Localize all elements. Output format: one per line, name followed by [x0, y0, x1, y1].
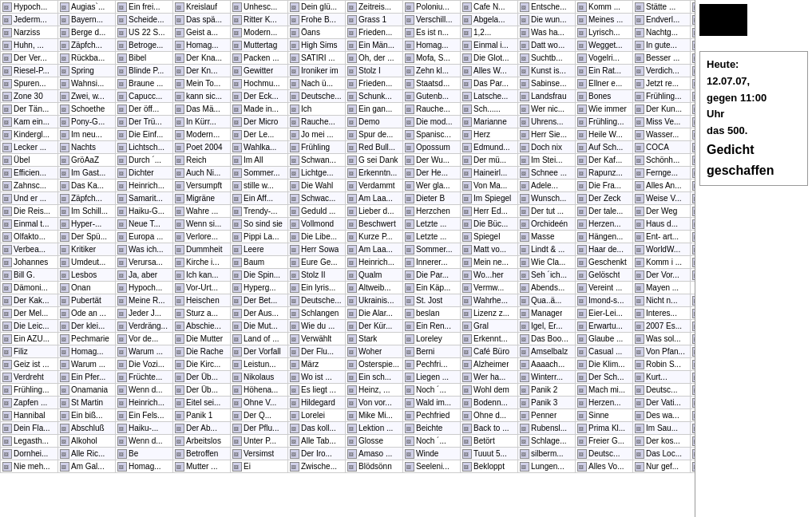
grid-cell[interactable]: 🖼Ode an ...: [58, 307, 116, 320]
grid-cell[interactable]: 🖼Der Weg: [633, 205, 691, 218]
grid-cell[interactable]: 🖼Schlage...: [518, 435, 576, 448]
grid-cell[interactable]: 🖼SATIRI ...: [288, 52, 346, 65]
grid-cell[interactable]: 🖼Pony-G...: [58, 116, 116, 128]
grid-cell[interactable]: 🖼Am Gal...: [58, 460, 116, 473]
grid-cell[interactable]: 🖼Nach ü...: [288, 77, 346, 90]
grid-cell[interactable]: 🖼Sturz a...: [173, 307, 231, 320]
grid-cell[interactable]: 🖼Die Par...: [403, 269, 461, 282]
grid-cell[interactable]: 🖼Betört: [461, 435, 518, 448]
table-row[interactable]: 🖼Verbea...🖼Kritiker🖼Was ich...🖼Dummheit🖼…: [1, 243, 695, 256]
table-row[interactable]: 🖼Zahnsc...🖼Das Ka...🖼Heinrich...🖼Versump…: [1, 180, 695, 192]
grid-cell[interactable]: 🖼Be: [116, 448, 173, 460]
grid-cell[interactable]: 🖼Igel, Er...: [518, 320, 576, 333]
grid-cell[interactable]: 🖼Das wa...: [691, 65, 695, 77]
grid-cell[interactable]: 🖼Im Schill...: [58, 205, 116, 218]
grid-cell[interactable]: 🖼Am Laa...: [691, 116, 695, 128]
grid-cell[interactable]: 🖼Innerer...: [403, 256, 461, 269]
grid-cell[interactable]: 🖼Das Ka...: [58, 180, 116, 192]
grid-cell[interactable]: 🖼Zäpfch...: [58, 192, 116, 205]
grid-cell[interactable]: 🖼Von vor...: [346, 397, 403, 409]
grid-cell[interactable]: 🖼Herz: [461, 128, 518, 141]
grid-cell[interactable]: 🖼Die Alar...: [346, 307, 403, 320]
grid-cell[interactable]: 🖼Freier G...: [576, 435, 633, 448]
table-row[interactable]: 🖼Der Ver...🖼Rückba...🖼Bibel🖼Der Kna...🖼P…: [1, 52, 695, 65]
grid-cell[interactable]: 🖼Eure Ge...: [288, 256, 346, 269]
grid-cell[interactable]: 🖼Wunsch...: [518, 192, 576, 205]
grid-cell[interactable]: 🖼Vermw...: [461, 282, 518, 294]
grid-cell[interactable]: 🖼Rapunz...: [576, 167, 633, 180]
grid-cell[interactable]: 🖼Im Stei...: [518, 154, 576, 167]
grid-cell[interactable]: 🖼Cafe N...: [461, 1, 518, 14]
grid-cell[interactable]: 🖼Back to ...: [461, 422, 518, 435]
grid-cell[interactable]: 🖼Amaso ...: [346, 448, 403, 460]
grid-cell[interactable]: 🖼Homag...: [116, 460, 173, 473]
grid-cell[interactable]: 🖼Aaaach...: [518, 358, 576, 371]
grid-cell[interactable]: 🖼Wenn d...: [116, 435, 173, 448]
grid-cell[interactable]: 🖼Mayen ...: [691, 243, 695, 256]
grid-cell[interactable]: 🖼Mayen-...: [691, 218, 695, 231]
table-row[interactable]: 🖼Dornhei...🖼Alle Ric...🖼Be🖼Betroffen🖼Ver…: [1, 448, 695, 460]
grid-cell[interactable]: 🖼Der Aus...: [231, 307, 288, 320]
grid-cell[interactable]: 🖼Der Üb...: [173, 384, 231, 397]
grid-cell[interactable]: 🖼Übel: [1, 154, 58, 167]
grid-cell[interactable]: 🖼Hannibal: [1, 409, 58, 422]
grid-cell[interactable]: 🖼Der Ab...: [173, 422, 231, 435]
grid-cell[interactable]: 🖼Zäpfch...: [58, 39, 116, 52]
grid-cell[interactable]: 🖼Scheide...: [116, 14, 173, 26]
grid-cell[interactable]: 🖼Hyperg...: [231, 282, 288, 294]
grid-cell[interactable]: 🖼Braune ...: [116, 77, 173, 90]
grid-cell[interactable]: 🖼Nur gef...: [633, 460, 691, 473]
grid-cell[interactable]: 🖼Öans: [288, 26, 346, 39]
grid-cell[interactable]: 🖼Onan: [58, 282, 116, 294]
grid-cell[interactable]: 🖼Einmal t...: [1, 218, 58, 231]
grid-cell[interactable]: 🖼Die Ver...: [691, 294, 695, 307]
grid-cell[interactable]: 🖼Frohe B...: [288, 14, 346, 26]
grid-cell[interactable]: 🖼Sinne: [576, 409, 633, 422]
grid-cell[interactable]: 🖼Mayen ...: [633, 282, 691, 294]
grid-cell[interactable]: 🖼Wer gla...: [403, 180, 461, 192]
grid-cell[interactable]: 🖼Früchte...: [116, 371, 173, 384]
grid-cell[interactable]: 🖼Der Micro: [231, 116, 288, 128]
grid-cell[interactable]: 🖼Im Gast...: [58, 167, 116, 180]
grid-cell[interactable]: 🖼Baum: [231, 256, 288, 269]
grid-cell[interactable]: 🖼Hypoch...: [1, 1, 58, 14]
table-row[interactable]: 🖼Geiz ist ...🖼Warum ...🖼Die Vozi...🖼Die …: [1, 358, 695, 371]
grid-cell[interactable]: 🖼Rückba...: [58, 52, 116, 65]
grid-cell[interactable]: 🖼Lesbos: [58, 269, 116, 282]
grid-cell[interactable]: 🖼Berge d...: [58, 26, 116, 39]
grid-cell[interactable]: 🖼Zwei, w...: [58, 90, 116, 103]
grid-cell[interactable]: 🖼Capucc...: [116, 90, 173, 103]
grid-cell[interactable]: 🖼Beichte: [403, 422, 461, 435]
grid-cell[interactable]: 🖼Hildegard: [288, 397, 346, 409]
table-row[interactable]: 🖼Übel🖼GröAaZ🖼Durch ´...🖼Reich🖼Im All🖼Sch…: [1, 154, 695, 167]
grid-cell[interactable]: 🖼Westwind: [691, 77, 695, 90]
table-row[interactable]: 🖼Legasth...🖼Alkohol🖼Wenn d...🖼Arbeitslos…: [1, 435, 695, 448]
grid-cell[interactable]: 🖼Seeleni...: [403, 460, 461, 473]
table-row[interactable]: 🖼Bill G.🖼Lesbos🖼Ja, aber🖼Ich kan...🖼Die …: [1, 269, 695, 282]
grid-cell[interactable]: 🖼In Kürr...: [173, 116, 231, 128]
grid-cell[interactable]: 🖼Schlangen: [288, 307, 346, 320]
grid-cell[interactable]: 🖼Casual ...: [576, 345, 633, 358]
grid-cell[interactable]: 🖼Bill G.: [1, 269, 58, 282]
grid-cell[interactable]: 🖼Geduld ...: [288, 205, 346, 218]
grid-cell[interactable]: 🖼Zahnsc...: [1, 180, 58, 192]
grid-cell[interactable]: 🖼Frieden...: [346, 26, 403, 39]
grid-cell[interactable]: 🖼Glaube ...: [576, 333, 633, 345]
grid-cell[interactable]: 🖼Panik 3: [518, 397, 576, 409]
table-row[interactable]: 🖼Jederm...🖼Bayern...🖼Scheide...🖼Das spä.…: [1, 14, 695, 26]
table-row[interactable]: 🖼Verdreht🖼Ein Pfer...🖼Früchte...🖼Der Üb.…: [1, 371, 695, 384]
grid-cell[interactable]: 🖼Geiz ist ...: [1, 358, 58, 371]
grid-cell[interactable]: 🖼Herzen...: [576, 397, 633, 409]
grid-cell[interactable]: 🖼Bibel: [116, 52, 173, 65]
grid-cell[interactable]: 🖼Was ich...: [116, 243, 173, 256]
grid-cell[interactable]: 🖼Wo ist ...: [691, 409, 695, 422]
grid-cell[interactable]: 🖼Abends...: [518, 282, 576, 294]
grid-cell[interactable]: 🖼Verlore...: [173, 231, 231, 243]
grid-cell[interactable]: 🖼Nikolaus: [231, 371, 288, 384]
table-row[interactable]: 🖼Narziss🖼Berge d...🖼US 22 S...🖼Geist a..…: [1, 26, 695, 39]
table-row[interactable]: 🖼Huhn, ...🖼Zäpfch...🖼Betroge...🖼Homag...…: [1, 39, 695, 52]
grid-cell[interactable]: 🖼Verschill...: [403, 14, 461, 26]
grid-cell[interactable]: 🖼Dämoni...: [1, 282, 58, 294]
table-row[interactable]: 🖼Zone 30🖼Zwei, w...🖼Capucc...🖼kann sic..…: [1, 90, 695, 103]
grid-cell[interactable]: 🖼Leistun...: [231, 358, 288, 371]
